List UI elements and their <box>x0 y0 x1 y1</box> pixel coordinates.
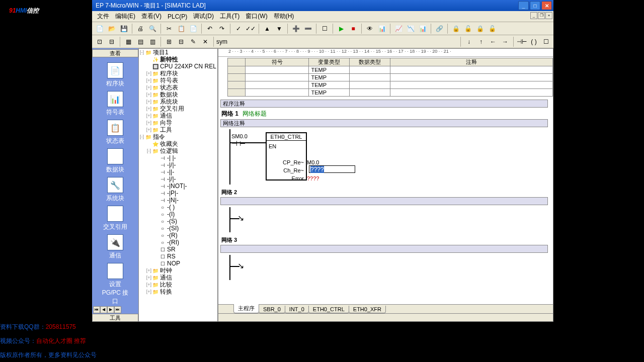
nav-item-3[interactable]: 🗄数据块 <box>101 148 129 174</box>
tree-row[interactable]: ○-(I) <box>139 211 217 218</box>
tree-row[interactable]: [+]📁通信 <box>139 112 217 119</box>
chart2-icon[interactable]: 📉 <box>405 23 416 34</box>
copy-icon[interactable]: 📋 <box>176 23 187 34</box>
tree-row[interactable]: ○-(RI) <box>139 239 217 246</box>
monitor-icon[interactable]: 👁 <box>364 23 375 34</box>
status-icon[interactable]: 📊 <box>376 23 387 34</box>
titlebar[interactable]: EP 7-Micro/WIN - 项目1 - [SIMATIC LAD] _ □… <box>92 0 553 11</box>
menu-file[interactable]: 文件 <box>94 11 112 22</box>
network1-comment[interactable]: 网络注释 <box>220 119 548 127</box>
tree-row[interactable]: ⊣-| |- <box>139 154 217 161</box>
nav-item-7[interactable]: ⚙设置 PG/PC 接口 <box>101 263 129 306</box>
tree-row[interactable]: [+]📁符号表 <box>139 77 217 84</box>
tree-row[interactable]: ⭐收藏夹 <box>139 140 217 147</box>
mdi-close[interactable]: × <box>545 12 552 19</box>
nav-item-4[interactable]: 🔧系统块 <box>101 177 129 203</box>
tree-row[interactable]: [+]📁程序块 <box>139 70 217 77</box>
tree-row[interactable]: [-]📁指令 <box>139 133 217 140</box>
menu-window[interactable]: 窗口(W) <box>243 11 270 22</box>
tree-row[interactable]: ⊣-||- <box>139 168 217 175</box>
tab-next[interactable]: ▶ <box>107 306 114 313</box>
tree-row[interactable]: ☐SR <box>139 246 217 253</box>
nav-item-6[interactable]: 🔌通信 <box>101 234 129 260</box>
tab-last[interactable]: ⏭ <box>114 306 121 313</box>
tree-row[interactable]: [+]📁比较 <box>139 281 217 288</box>
tree-row[interactable]: ○-( ) <box>139 204 217 211</box>
tree-row[interactable]: ☐NOP <box>139 260 217 267</box>
preview-icon[interactable]: 🔍 <box>147 23 158 34</box>
tree-row[interactable]: [+]📁转换 <box>139 288 217 295</box>
tree-row[interactable]: ☐RS <box>139 253 217 260</box>
tool-i-icon[interactable]: ✕ <box>200 36 211 47</box>
pin-chre-input[interactable]: ???? <box>309 165 355 173</box>
variable-table[interactable]: 符号变量类型数据类型注释 TEMPTEMPTEMPTEMP <box>227 58 553 97</box>
undo-icon[interactable]: ↶ <box>204 23 215 34</box>
network2-comment[interactable] <box>220 197 548 205</box>
box-icon[interactable]: ☐ <box>540 36 551 47</box>
tree-row[interactable]: [-]📁项目1 <box>139 49 217 56</box>
tree-row[interactable]: [+]📁向导 <box>139 119 217 126</box>
stop-icon[interactable]: ■ <box>348 23 359 34</box>
upload-icon[interactable]: ▲ <box>262 23 273 34</box>
tree-row[interactable]: ⊣-|/|- <box>139 161 217 168</box>
pin-cpre-value[interactable]: M0.0 <box>307 159 319 165</box>
tab-prev[interactable]: ◀ <box>100 306 107 313</box>
tool-b-icon[interactable]: ⊟ <box>106 36 117 47</box>
tree-row[interactable]: [-]📁位逻辑 <box>139 147 217 154</box>
pin-error-value[interactable]: ???? <box>307 175 319 182</box>
download-icon[interactable]: ▼ <box>274 23 285 34</box>
tree-row[interactable]: [+]📁通信 <box>139 274 217 281</box>
contact-icon[interactable]: ⊣⊢ <box>516 36 527 47</box>
contact-sm00[interactable]: SM0.0 <box>231 133 248 139</box>
network2-ladder[interactable]: ↘ <box>220 207 553 232</box>
paste-icon[interactable]: 📄 <box>188 23 199 34</box>
tab-first[interactable]: ⏮ <box>93 306 100 313</box>
tree-row[interactable]: ⊣-|N|- <box>139 197 217 204</box>
nav-item-5[interactable]: ↔交叉引用 <box>101 206 129 231</box>
tool-j-icon[interactable]: sym <box>216 36 227 47</box>
tool-f-icon[interactable]: ⊞ <box>164 36 175 47</box>
compile-icon[interactable]: ✓ <box>233 23 244 34</box>
tool-c-icon[interactable]: ▦ <box>123 36 134 47</box>
wire-right-icon[interactable]: → <box>500 36 511 47</box>
delete-net-icon[interactable]: ➖ <box>302 23 313 34</box>
tool-h-icon[interactable]: ✎ <box>188 36 199 47</box>
network3-comment[interactable] <box>220 245 548 253</box>
menu-debug[interactable]: 调试(D) <box>190 11 217 22</box>
nav-item-2[interactable]: 📋状态表 <box>101 120 129 145</box>
chart1-icon[interactable]: 📈 <box>393 23 404 34</box>
tab-eth0xfr[interactable]: ETH0_XFR <box>349 306 386 313</box>
tree-row[interactable]: [+]📁工具 <box>139 126 217 133</box>
tool-g-icon[interactable]: ⊟ <box>176 36 187 47</box>
tree-row[interactable]: 🔲CPU 224XP CN REL <box>139 63 217 70</box>
select-icon[interactable]: ☐ <box>319 23 330 34</box>
redo-icon[interactable]: ↷ <box>216 23 227 34</box>
cut-icon[interactable]: ✂ <box>164 23 175 34</box>
minimize-button[interactable]: _ <box>518 1 529 10</box>
tab-int0[interactable]: INT_0 <box>285 306 309 313</box>
lock4-icon[interactable]: 🔓 <box>487 23 498 34</box>
print-icon[interactable]: 🖨 <box>135 23 146 34</box>
insert-net-icon[interactable]: ➕ <box>290 23 301 34</box>
mdi-minimize[interactable]: _ <box>530 12 537 19</box>
tree-row[interactable]: ○-(R) <box>139 232 217 239</box>
nav-header[interactable]: 查看 <box>92 49 138 57</box>
lock2-icon[interactable]: 🔓 <box>462 23 473 34</box>
tree-row[interactable]: [+]📁状态表 <box>139 84 217 91</box>
project-tree[interactable]: [-]📁项目1✨新特性🔲CPU 224XP CN REL[+]📁程序块[+]📁符… <box>138 48 218 322</box>
wire-down-icon[interactable]: ↓ <box>463 36 474 47</box>
nav-item-1[interactable]: 📊符号表 <box>101 91 129 117</box>
nav-footer[interactable]: 工具 <box>92 314 138 322</box>
tree-row[interactable]: ○-(S) <box>139 218 217 225</box>
tab-eth0ctrl[interactable]: ETH0_CTRL <box>308 306 349 313</box>
tab-main[interactable]: 主程序 <box>233 304 259 313</box>
menu-tools[interactable]: 工具(T) <box>217 11 243 22</box>
link-icon[interactable]: 🔗 <box>434 23 445 34</box>
lock1-icon[interactable]: 🔒 <box>450 23 461 34</box>
tool-a-icon[interactable]: ⊡ <box>94 36 105 47</box>
nav-item-0[interactable]: 📄程序块 <box>101 62 129 88</box>
network1-ladder[interactable]: SM0.0 ⊣ ⊢ ETH0_CTRL EN CP_Re~ M0.0 Ch_Re… <box>220 129 553 185</box>
tree-row[interactable]: ⊣-|P|- <box>139 190 217 197</box>
coil-icon[interactable]: ( ) <box>528 36 539 47</box>
tree-row[interactable]: [+]📁数据块 <box>139 91 217 98</box>
